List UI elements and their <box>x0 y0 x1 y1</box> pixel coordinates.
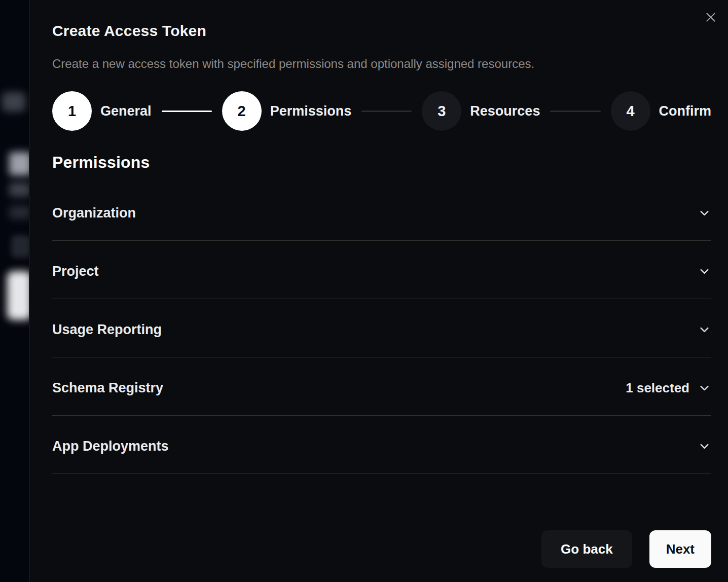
permissions-accordion-list: Organization Project Usage Reporting Sch… <box>52 183 711 474</box>
step-connector-upcoming <box>550 111 600 112</box>
go-back-button[interactable]: Go back <box>541 530 632 568</box>
step-number-badge: 4 <box>611 91 650 131</box>
blurred-sidebar-item <box>2 92 25 112</box>
close-icon[interactable] <box>704 10 718 24</box>
create-access-token-modal: Create Access Token Create a new access … <box>29 0 728 582</box>
accordion-usage-reporting[interactable]: Usage Reporting <box>52 299 711 357</box>
stepper: 1 General 2 Permissions 3 Resources 4 Co… <box>52 91 711 131</box>
section-heading: Permissions <box>52 152 711 172</box>
step-general[interactable]: 1 General <box>52 91 152 131</box>
step-resources[interactable]: 3 Resources <box>422 91 540 131</box>
modal-subtitle: Create a new access token with specified… <box>52 56 711 71</box>
accordion-schema-registry[interactable]: Schema Registry 1 selected <box>52 357 711 416</box>
blurred-sidebar-item <box>9 183 30 197</box>
accordion-project[interactable]: Project <box>52 241 711 299</box>
step-label: Confirm <box>659 103 712 119</box>
step-label: Resources <box>470 103 540 119</box>
chevron-down-icon <box>698 440 711 453</box>
accordion-label: Organization <box>52 204 136 222</box>
blurred-sidebar-item <box>9 206 30 219</box>
chevron-down-icon <box>698 206 711 220</box>
chevron-down-icon <box>698 323 711 337</box>
accordion-label: Project <box>52 263 99 280</box>
blurred-sidebar-item <box>11 235 30 258</box>
step-confirm[interactable]: 4 Confirm <box>611 91 712 131</box>
accordion-label: Schema Registry <box>52 379 163 396</box>
step-permissions[interactable]: 2 Permissions <box>222 91 352 131</box>
chevron-down-icon <box>698 265 711 278</box>
step-number-badge: 1 <box>52 91 92 131</box>
blurred-sidebar-card <box>7 271 31 320</box>
step-label: Permissions <box>270 103 352 119</box>
accordion-app-deployments[interactable]: App Deployments <box>52 416 711 474</box>
modal-footer: Go back Next <box>541 530 711 568</box>
next-button[interactable]: Next <box>649 530 711 568</box>
step-connector-complete <box>162 111 212 112</box>
accordion-label: App Deployments <box>52 438 169 455</box>
step-connector-upcoming <box>361 111 412 112</box>
chevron-down-icon <box>698 381 711 395</box>
step-number-badge: 2 <box>222 91 262 131</box>
step-label: General <box>100 103 152 119</box>
blurred-sidebar-item <box>9 152 31 175</box>
background-page <box>0 0 29 582</box>
selected-count-badge: 1 selected <box>626 380 689 396</box>
step-number-badge: 3 <box>422 91 461 131</box>
accordion-organization[interactable]: Organization <box>52 183 711 241</box>
accordion-label: Usage Reporting <box>52 321 162 338</box>
modal-title: Create Access Token <box>52 22 711 39</box>
